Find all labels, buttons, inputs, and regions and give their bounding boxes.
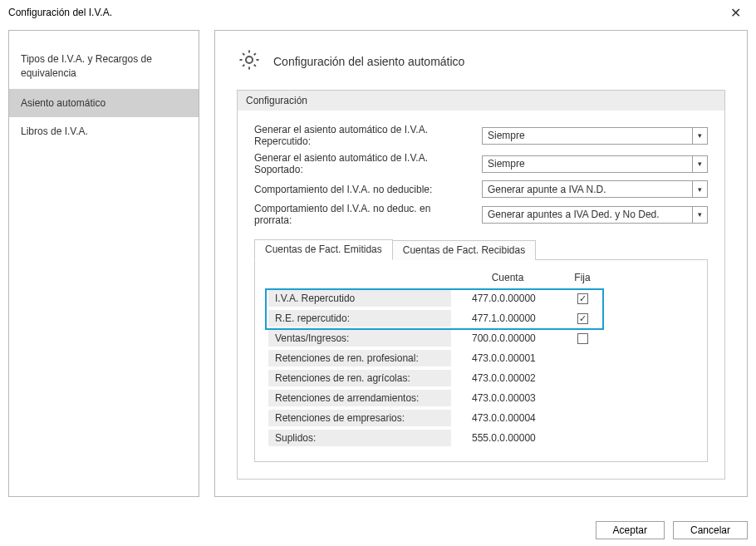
field-label: Generar el asiento automático de I.V.A. … bbox=[254, 124, 470, 147]
row-fija-cell: ✓ bbox=[564, 290, 601, 307]
row-fija-cell: ✓ bbox=[564, 310, 601, 327]
chevron-down-icon: ▾ bbox=[692, 181, 707, 197]
combo-value: Generar apunte a IVA N.D. bbox=[488, 184, 606, 195]
checkbox-fija[interactable]: ✓ bbox=[577, 313, 588, 324]
row-label: Retenciones de ren. agrícolas: bbox=[268, 370, 451, 386]
combo-value: Siempre bbox=[488, 158, 525, 170]
col-header-fija: Fija bbox=[564, 272, 601, 287]
window-title: Configuración del I.V.A. bbox=[8, 7, 112, 18]
combo-value: Generar apuntes a IVA Ded. y No Ded. bbox=[488, 209, 660, 220]
grid-wrap: Cuenta Fija I.V.A. Repercutido 477.0.0.0… bbox=[268, 272, 694, 446]
row-cuenta[interactable]: 555.0.0.00000 bbox=[466, 430, 549, 446]
gear-icon bbox=[237, 47, 262, 75]
chevron-down-icon: ▾ bbox=[692, 207, 707, 223]
sidebar-item-label: Tipos de I.V.A. y Recargos de equivalenc… bbox=[21, 53, 152, 79]
field-label: Comportamiento del I.V.A. no deduc. en p… bbox=[254, 203, 470, 226]
section-header: Configuración del asiento automático bbox=[237, 47, 725, 75]
tab-label: Cuentas de Fact. Emitidas bbox=[265, 243, 382, 255]
accounts-grid: Cuenta Fija I.V.A. Repercutido 477.0.0.0… bbox=[268, 272, 694, 446]
checkbox-fija[interactable]: ✓ bbox=[577, 293, 588, 304]
row-cuenta[interactable]: 473.0.0.00001 bbox=[466, 350, 549, 366]
chevron-down-icon: ▾ bbox=[692, 156, 707, 172]
row-label: Suplidos: bbox=[268, 430, 451, 446]
row-cuenta[interactable]: 477.0.0.00000 bbox=[466, 290, 549, 307]
panel-subhead: Configuración bbox=[238, 91, 724, 111]
row-label: I.V.A. Repercutido bbox=[268, 290, 451, 307]
row-label: Retenciones de empresarios: bbox=[268, 410, 451, 426]
combo-value: Siempre bbox=[488, 130, 525, 141]
col-header-cuenta: Cuenta bbox=[466, 272, 549, 287]
cancel-button[interactable]: Cancelar bbox=[673, 521, 748, 539]
combo-repercutido[interactable]: Siempre ▾ bbox=[482, 127, 708, 145]
sidebar-item-label: Libros de I.V.A. bbox=[21, 125, 88, 137]
tab-recibidas[interactable]: Cuentas de Fact. Recibidas bbox=[392, 240, 536, 260]
titlebar: Configuración del I.V.A. ✕ bbox=[0, 0, 756, 23]
inner-panel: Configuración Generar el asiento automát… bbox=[237, 90, 725, 480]
config-form: Generar el asiento automático de I.V.A. … bbox=[238, 111, 724, 233]
row-label: Retenciones de ren. profesional: bbox=[268, 350, 451, 366]
sidebar-item-libros[interactable]: Libros de I.V.A. bbox=[9, 117, 199, 145]
row-label: Ventas/Ingresos: bbox=[268, 330, 451, 347]
combo-no-deducible[interactable]: Generar apunte a IVA N.D. ▾ bbox=[482, 180, 708, 198]
section-title: Configuración del asiento automático bbox=[273, 55, 464, 68]
row-label: R.E. repercutido: bbox=[268, 310, 451, 327]
row-cuenta[interactable]: 473.0.0.00004 bbox=[466, 410, 549, 426]
tab-pane-emitidas: Cuenta Fija I.V.A. Repercutido 477.0.0.0… bbox=[254, 259, 708, 462]
field-label: Generar el asiento automático de I.V.A. … bbox=[254, 152, 470, 175]
close-icon[interactable]: ✕ bbox=[723, 4, 748, 21]
dialog-body: Tipos de I.V.A. y Recargos de equivalenc… bbox=[0, 23, 756, 505]
svg-point-0 bbox=[246, 57, 253, 63]
main-panel: Configuración del asiento automático Con… bbox=[214, 30, 748, 497]
row-fija-cell bbox=[564, 330, 601, 347]
sidebar-item-tipos-iva[interactable]: Tipos de I.V.A. y Recargos de equivalenc… bbox=[9, 44, 199, 89]
sidebar-item-asiento[interactable]: Asiento automático bbox=[9, 89, 199, 117]
chevron-down-icon: ▾ bbox=[692, 128, 707, 144]
row-cuenta[interactable]: 477.1.0.00000 bbox=[466, 310, 549, 327]
dialog-footer: Aceptar Cancelar bbox=[596, 521, 748, 539]
row-cuenta[interactable]: 700.0.0.00000 bbox=[466, 330, 549, 347]
tabs: Cuentas de Fact. Emitidas Cuentas de Fac… bbox=[238, 233, 724, 259]
accept-button[interactable]: Aceptar bbox=[596, 521, 665, 539]
tab-emitidas[interactable]: Cuentas de Fact. Emitidas bbox=[254, 239, 393, 260]
field-label: Comportamiento del I.V.A. no deducible: bbox=[254, 184, 470, 195]
row-label: Retenciones de arrendamientos: bbox=[268, 390, 451, 406]
sidebar-item-label: Asiento automático bbox=[21, 97, 106, 109]
combo-prorrata[interactable]: Generar apuntes a IVA Ded. y No Ded. ▾ bbox=[482, 206, 708, 224]
row-cuenta[interactable]: 473.0.0.00003 bbox=[466, 390, 549, 406]
tab-label: Cuentas de Fact. Recibidas bbox=[403, 244, 525, 256]
row-cuenta[interactable]: 473.0.0.00002 bbox=[466, 370, 549, 386]
checkbox-fija[interactable] bbox=[577, 333, 588, 344]
combo-soportado[interactable]: Siempre ▾ bbox=[482, 155, 708, 173]
sidebar: Tipos de I.V.A. y Recargos de equivalenc… bbox=[8, 30, 199, 497]
